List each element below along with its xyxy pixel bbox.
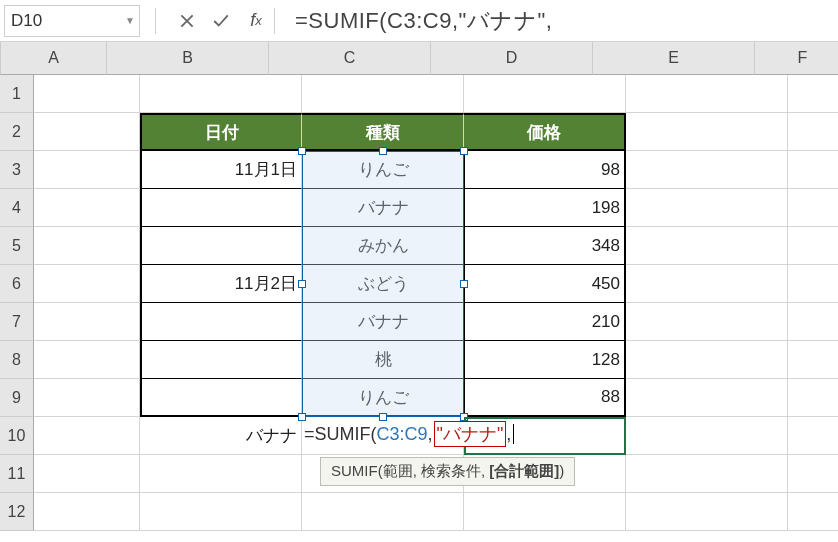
cell-B12[interactable] <box>140 493 302 531</box>
cell-D9[interactable]: 88 <box>464 379 626 417</box>
cell-D8[interactable]: 128 <box>464 341 626 379</box>
cell-B2[interactable]: 日付 <box>140 113 302 151</box>
function-tooltip[interactable]: SUMIF(範囲, 検索条件, [合計範囲]) <box>320 457 575 486</box>
cancel-button[interactable] <box>170 2 204 40</box>
row-header-10[interactable]: 10 <box>0 417 34 455</box>
cell-B1[interactable] <box>140 75 302 113</box>
cell-F1[interactable] <box>788 75 838 113</box>
cell-A9[interactable] <box>34 379 140 417</box>
cell-A12[interactable] <box>34 493 140 531</box>
tooltip-fn: SUMIF <box>331 462 378 479</box>
cell-B11[interactable] <box>140 455 302 493</box>
cell-edit-overlay[interactable]: =SUMIF(C3:C9,"バナナ", <box>304 421 514 447</box>
cell-B7[interactable] <box>140 303 302 341</box>
cell-C12[interactable] <box>302 493 464 531</box>
cell-E5[interactable] <box>626 227 788 265</box>
cell-F4[interactable] <box>788 189 838 227</box>
cell-F6[interactable] <box>788 265 838 303</box>
cell-F11[interactable] <box>788 455 838 493</box>
row-header-1[interactable]: 1 <box>0 75 34 113</box>
cell-E9[interactable] <box>626 379 788 417</box>
cell-C7[interactable]: バナナ <box>302 303 464 341</box>
cell-E1[interactable] <box>626 75 788 113</box>
cell-D6[interactable]: 450 <box>464 265 626 303</box>
cell-E7[interactable] <box>626 303 788 341</box>
cell-A2[interactable] <box>34 113 140 151</box>
cell-C6[interactable]: ぶどう <box>302 265 464 303</box>
cell-F2[interactable] <box>788 113 838 151</box>
name-box-value: D10 <box>11 11 42 31</box>
row-header-6[interactable]: 6 <box>0 265 34 303</box>
cell-B9[interactable] <box>140 379 302 417</box>
chevron-down-icon[interactable]: ▼ <box>125 15 135 26</box>
cell-C9[interactable]: りんご <box>302 379 464 417</box>
row-header-3[interactable]: 3 <box>0 151 34 189</box>
cell-A4[interactable] <box>34 189 140 227</box>
cell-A6[interactable] <box>34 265 140 303</box>
tooltip-current-arg: [合計範囲] <box>489 462 559 479</box>
cell-D1[interactable] <box>464 75 626 113</box>
cell-E12[interactable] <box>626 493 788 531</box>
cell-B3[interactable]: 11月1日 <box>140 151 302 189</box>
cell-D7[interactable]: 210 <box>464 303 626 341</box>
formula-bar: D10 ▼ fx =SUMIF(C3:C9,"バナナ", <box>0 0 838 42</box>
tooltip-args: (範囲, 検索条件, <box>378 462 490 479</box>
cell-C2[interactable]: 種類 <box>302 113 464 151</box>
column-header-E[interactable]: E <box>593 42 755 75</box>
cell-E3[interactable] <box>626 151 788 189</box>
enter-button[interactable] <box>204 2 238 40</box>
cell-A5[interactable] <box>34 227 140 265</box>
cell-D12[interactable] <box>464 493 626 531</box>
cell-E6[interactable] <box>626 265 788 303</box>
cell-A8[interactable] <box>34 341 140 379</box>
column-header-D[interactable]: D <box>431 42 593 75</box>
cell-B5[interactable] <box>140 227 302 265</box>
row-header-5[interactable]: 5 <box>0 227 34 265</box>
cell-F7[interactable] <box>788 303 838 341</box>
row-header-2[interactable]: 2 <box>0 113 34 151</box>
cell-F9[interactable] <box>788 379 838 417</box>
row-header-12[interactable]: 12 <box>0 493 34 531</box>
cell-E4[interactable] <box>626 189 788 227</box>
cell-D2[interactable]: 価格 <box>464 113 626 151</box>
row-header-9[interactable]: 9 <box>0 379 34 417</box>
cell-B8[interactable] <box>140 341 302 379</box>
cell-F3[interactable] <box>788 151 838 189</box>
cell-A10[interactable] <box>34 417 140 455</box>
formula-input[interactable]: =SUMIF(C3:C9,"バナナ", <box>275 6 838 36</box>
cell-A1[interactable] <box>34 75 140 113</box>
cell-E10[interactable] <box>626 417 788 455</box>
cell-F10[interactable] <box>788 417 838 455</box>
cell-C5[interactable]: みかん <box>302 227 464 265</box>
row-header-8[interactable]: 8 <box>0 341 34 379</box>
cell-A3[interactable] <box>34 151 140 189</box>
name-box[interactable]: D10 ▼ <box>4 5 140 37</box>
column-header-F[interactable]: F <box>755 42 838 75</box>
fx-icon[interactable]: fx <box>238 10 274 31</box>
select-all-corner[interactable] <box>0 42 1 75</box>
row-header-7[interactable]: 7 <box>0 303 34 341</box>
cell-E2[interactable] <box>626 113 788 151</box>
row-header-4[interactable]: 4 <box>0 189 34 227</box>
cell-C8[interactable]: 桃 <box>302 341 464 379</box>
cell-F5[interactable] <box>788 227 838 265</box>
cell-E8[interactable] <box>626 341 788 379</box>
cell-D4[interactable]: 198 <box>464 189 626 227</box>
cell-C4[interactable]: バナナ <box>302 189 464 227</box>
cell-B6[interactable]: 11月2日 <box>140 265 302 303</box>
cell-D3[interactable]: 98 <box>464 151 626 189</box>
cell-D5[interactable]: 348 <box>464 227 626 265</box>
cell-E11[interactable] <box>626 455 788 493</box>
cell-B10[interactable]: バナナ <box>140 417 302 455</box>
column-header-C[interactable]: C <box>269 42 431 75</box>
row-header-11[interactable]: 11 <box>0 455 34 493</box>
column-header-A[interactable]: A <box>1 42 107 75</box>
cell-F12[interactable] <box>788 493 838 531</box>
cell-C3[interactable]: りんご <box>302 151 464 189</box>
cell-A11[interactable] <box>34 455 140 493</box>
cell-A7[interactable] <box>34 303 140 341</box>
cell-F8[interactable] <box>788 341 838 379</box>
cell-B4[interactable] <box>140 189 302 227</box>
column-header-B[interactable]: B <box>107 42 269 75</box>
cell-C1[interactable] <box>302 75 464 113</box>
